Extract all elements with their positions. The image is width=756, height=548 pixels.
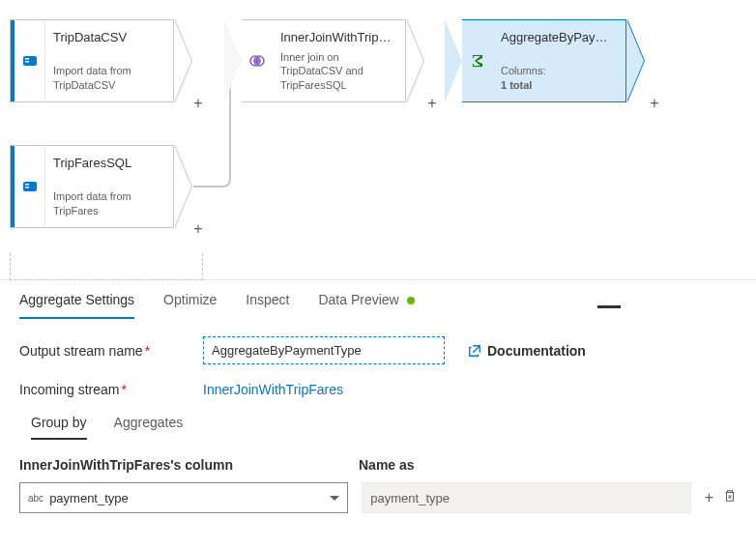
trash-icon — [723, 489, 737, 503]
subtab-groupby[interactable]: Group by — [31, 415, 87, 440]
node-title: AggregateByPaymentTy... — [501, 30, 618, 44]
node-tripfaressql[interactable]: TripFaresSQL Import data from TripFares — [10, 145, 174, 228]
node-title: TripDataCSV — [53, 30, 165, 44]
node-chevron — [174, 19, 191, 102]
svg-rect-4 — [25, 184, 29, 186]
external-link-icon — [468, 344, 481, 358]
add-branch-button[interactable]: + — [423, 95, 441, 112]
node-aggregate[interactable]: AggregateByPaymentTy... Columns: 1 total — [462, 19, 626, 102]
type-icon: abc — [28, 493, 44, 504]
output-stream-input[interactable] — [203, 336, 445, 364]
delete-row-button[interactable] — [723, 489, 737, 506]
svg-rect-5 — [25, 187, 29, 188]
node-subtitle: Import data from TripDataCSV — [53, 64, 165, 92]
aggregate-icon — [462, 20, 493, 101]
node-title: TripFaresSQL — [53, 156, 165, 170]
tab-inspect[interactable]: Inspect — [246, 292, 289, 319]
tab-optimize[interactable]: Optimize — [163, 292, 217, 319]
node-title: InnerJoinWithTripFares — [280, 30, 397, 44]
incoming-stream-link[interactable]: InnerJoinWithTripFares — [203, 382, 343, 397]
group-column-value: payment_type — [49, 491, 129, 505]
status-dot-icon — [407, 297, 415, 304]
add-branch-button[interactable]: + — [189, 220, 207, 238]
output-stream-label: Output stream name* — [19, 343, 203, 359]
aggregate-settings-form: Output stream name* Documentation Incomi… — [0, 319, 756, 531]
column-header-source: InnerJoinWithTripFares's column — [19, 457, 345, 473]
columns-count: 1 total — [501, 79, 532, 91]
subtab-aggregates[interactable]: Aggregates — [114, 415, 184, 440]
add-source-placeholder[interactable] — [10, 253, 203, 280]
svg-rect-1 — [25, 58, 29, 60]
node-chevron-in — [445, 19, 462, 102]
tab-aggregate-settings[interactable]: Aggregate Settings — [19, 292, 134, 319]
group-by-row: abc payment_type payment_type + — [19, 482, 737, 513]
node-tripdatacsv[interactable]: TripDataCSV Import data from TripDataCSV — [10, 19, 174, 102]
join-icon — [242, 20, 273, 101]
node-subtitle: Import data from TripFares — [53, 189, 165, 217]
source-icon — [15, 20, 45, 101]
name-as-field[interactable]: payment_type — [362, 482, 690, 513]
columns-label: Columns: — [501, 65, 545, 76]
node-chevron — [174, 145, 191, 228]
node-chevron — [626, 19, 644, 102]
tab-data-preview[interactable]: Data Preview — [318, 292, 414, 319]
node-chevron-in — [224, 19, 242, 102]
node-chevron — [406, 19, 423, 102]
source-icon — [15, 146, 45, 227]
node-subtitle: Inner join on TripDataCSV and TripFaresS… — [280, 50, 397, 92]
group-column-select[interactable]: abc payment_type — [19, 482, 348, 513]
chevron-down-icon — [330, 496, 339, 501]
flow-canvas[interactable]: TripDataCSV Import data from TripDataCSV… — [0, 0, 756, 280]
svg-rect-2 — [25, 61, 29, 63]
node-innerjoin[interactable]: InnerJoinWithTripFares Inner join on Tri… — [242, 19, 406, 102]
group-subtabs: Group by Aggregates — [31, 415, 737, 440]
documentation-link[interactable]: Documentation — [468, 343, 586, 359]
incoming-stream-label: Incoming stream* — [19, 382, 203, 397]
divider — [597, 305, 621, 308]
detail-tabs: Aggregate Settings Optimize Inspect Data… — [0, 280, 756, 319]
add-row-button[interactable]: + — [705, 489, 713, 506]
column-header-name: Name as — [359, 457, 684, 473]
add-branch-button[interactable]: + — [646, 95, 663, 112]
